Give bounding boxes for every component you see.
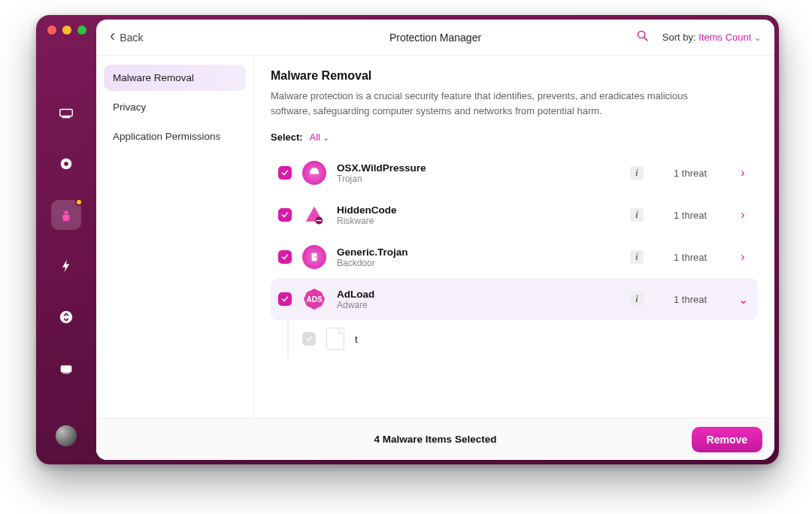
- sidebar-item-label: Malware Removal: [113, 72, 194, 83]
- svg-point-3: [64, 162, 68, 166]
- info-icon[interactable]: i: [630, 292, 644, 306]
- window-controls: [47, 26, 86, 35]
- svg-point-13: [315, 256, 317, 258]
- threat-type: Backdoor: [337, 258, 408, 268]
- svg-rect-12: [312, 253, 317, 262]
- sort-label: Sort by:: [662, 32, 696, 43]
- threat-name: Generic.Trojan: [337, 246, 408, 258]
- footer-bar: 4 Malware Items Selected Remove: [96, 418, 774, 460]
- select-all-dropdown[interactable]: All ⌄: [310, 132, 330, 143]
- threat-ads-icon: ADS: [302, 287, 326, 311]
- close-button[interactable]: [47, 26, 56, 35]
- rail-cleanup-icon[interactable]: [51, 98, 81, 128]
- svg-text:ADS: ADS: [306, 295, 322, 304]
- threat-child-row: t: [287, 320, 758, 358]
- info-icon[interactable]: i: [630, 208, 644, 222]
- main-content: Malware Removal Malware protection is a …: [254, 56, 774, 418]
- body: Malware Removal Privacy Application Perm…: [96, 56, 774, 418]
- svg-rect-1: [62, 116, 71, 119]
- threat-count: 1 threat: [674, 252, 725, 263]
- svg-rect-0: [60, 109, 73, 116]
- threat-name: AdLoad: [337, 289, 374, 300]
- chevron-down-icon: ⌄: [320, 133, 329, 142]
- sidebar-item-label: Application Permissions: [113, 131, 220, 142]
- threat-row[interactable]: OSX.WildPressure Trojan i 1 threat ›: [271, 152, 758, 194]
- content-panel: Back Protection Manager Sort by: Items C…: [96, 20, 774, 460]
- file-name: t: [355, 334, 358, 345]
- top-bar: Back Protection Manager Sort by: Items C…: [96, 20, 774, 56]
- minimize-button[interactable]: [62, 26, 71, 35]
- threat-row[interactable]: HiddenCode Riskware i 1 threat ›: [271, 194, 758, 236]
- zoom-button[interactable]: [77, 26, 86, 35]
- sidebar-item-application-permissions[interactable]: Application Permissions: [104, 123, 246, 150]
- threat-row[interactable]: ADS AdLoad Adware i 1 threat ⌄: [271, 278, 758, 320]
- section-description: Malware protection is a crucial security…: [271, 89, 692, 118]
- threat-info: HiddenCode Riskware: [337, 204, 397, 226]
- checkbox[interactable]: [302, 332, 316, 346]
- rail-speed-icon[interactable]: [51, 251, 81, 281]
- threat-door-icon: [302, 245, 326, 269]
- remove-button[interactable]: Remove: [692, 427, 762, 452]
- file-icon: [326, 328, 344, 350]
- rail-protection-icon[interactable]: [51, 200, 81, 230]
- svg-line-8: [644, 38, 647, 41]
- threat-type: Trojan: [337, 174, 426, 184]
- back-button[interactable]: Back: [110, 31, 143, 44]
- threat-name: HiddenCode: [337, 204, 397, 216]
- section-heading: Malware Removal: [271, 69, 758, 83]
- expand-toggle[interactable]: ›: [735, 208, 750, 222]
- threat-shell-icon: [302, 161, 326, 185]
- threat-row[interactable]: Generic.Trojan Backdoor i 1 threat ›: [271, 236, 758, 278]
- info-icon[interactable]: i: [630, 250, 644, 264]
- nav-rail: [36, 15, 96, 464]
- chevron-down-icon: ⌄: [754, 33, 761, 42]
- threat-count: 1 threat: [674, 210, 725, 221]
- checkbox[interactable]: [278, 292, 292, 306]
- threat-type: Adware: [337, 300, 374, 310]
- select-label: Select:: [271, 132, 303, 143]
- notification-badge: [75, 198, 83, 206]
- sidebar: Malware Removal Privacy Application Perm…: [96, 56, 254, 418]
- threat-type: Riskware: [337, 216, 397, 226]
- threat-alert-bug-icon: [302, 203, 326, 227]
- chevron-left-icon: [110, 31, 115, 44]
- rail-files-icon[interactable]: [51, 353, 81, 383]
- remove-button-label: Remove: [707, 434, 747, 446]
- svg-rect-6: [62, 373, 69, 374]
- app-window: Back Protection Manager Sort by: Items C…: [36, 15, 779, 464]
- sidebar-item-privacy[interactable]: Privacy: [104, 94, 246, 120]
- checkbox[interactable]: [278, 166, 292, 180]
- selection-summary: 4 Malware Items Selected: [374, 434, 497, 445]
- expand-toggle[interactable]: ›: [735, 166, 750, 180]
- back-label: Back: [120, 32, 143, 44]
- sidebar-item-malware-removal[interactable]: Malware Removal: [104, 65, 246, 91]
- select-row: Select: All ⌄: [271, 132, 758, 143]
- expand-toggle[interactable]: ›: [735, 250, 750, 264]
- threat-count: 1 threat: [674, 168, 725, 179]
- collapse-toggle[interactable]: ⌄: [735, 292, 750, 307]
- svg-rect-5: [61, 365, 72, 372]
- rail-uninstaller-icon[interactable]: [51, 149, 81, 179]
- svg-point-4: [60, 311, 73, 324]
- sort-value: Items Count: [698, 32, 751, 43]
- threat-count: 1 threat: [674, 294, 725, 305]
- rail-applications-icon[interactable]: [51, 302, 81, 332]
- svg-rect-9: [310, 173, 319, 174]
- search-icon[interactable]: [636, 29, 649, 45]
- user-avatar[interactable]: [56, 425, 77, 446]
- threat-info: AdLoad Adware: [337, 289, 374, 310]
- threat-name: OSX.WildPressure: [337, 162, 426, 174]
- threat-info: OSX.WildPressure Trojan: [337, 162, 426, 184]
- checkbox[interactable]: [278, 250, 292, 264]
- checkbox[interactable]: [278, 208, 292, 222]
- select-all-value: All: [310, 132, 320, 143]
- sort-dropdown[interactable]: Sort by: Items Count ⌄: [662, 32, 761, 43]
- info-icon[interactable]: i: [630, 166, 644, 180]
- sidebar-item-label: Privacy: [113, 101, 146, 113]
- threat-info: Generic.Trojan Backdoor: [337, 246, 408, 268]
